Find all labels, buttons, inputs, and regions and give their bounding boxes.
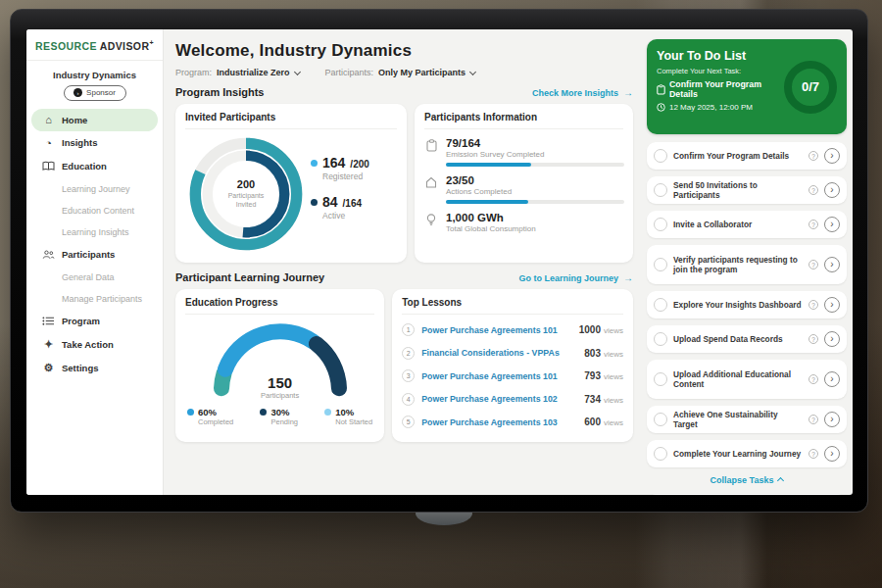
info-value: 23/50: [446, 174, 624, 186]
sidebar-item-insights[interactable]: ◔ Insights: [26, 131, 163, 155]
collapse-tasks-link[interactable]: Collapse Tasks: [647, 475, 847, 485]
lesson-link[interactable]: Power Purchase Agreements 103: [421, 417, 577, 427]
insights-icon: ◔: [42, 137, 55, 149]
survey-progress-bar: [446, 163, 624, 167]
home-icon: ⌂: [42, 114, 55, 125]
gauge-center-label: Participants: [207, 391, 354, 400]
checkbox[interactable]: [654, 447, 667, 461]
views-suffix: views: [604, 372, 623, 381]
sidebar-item-learning-journey[interactable]: Learning Journey: [26, 178, 163, 200]
sidebar-item-education[interactable]: Education: [26, 155, 163, 178]
checkbox[interactable]: [654, 413, 667, 426]
chevron-down-icon: [469, 68, 476, 74]
sidebar-item-manage-participants[interactable]: Manage Participants: [26, 288, 163, 310]
todo-item[interactable]: Upload Spend Data Records ? ›: [647, 325, 847, 353]
go-to-learning-journey-link[interactable]: Go to Learning Journey→: [518, 272, 633, 283]
dashboard-screen: RESOURCE ADVISOR+ Industry Dynamics › Sp…: [26, 29, 853, 495]
sidebar: RESOURCE ADVISOR+ Industry Dynamics › Sp…: [26, 29, 164, 495]
sidebar-item-education-content[interactable]: Education Content: [26, 200, 163, 221]
chevron-right-icon[interactable]: ›: [824, 446, 840, 462]
todo-item[interactable]: Upload Additional Educational Content ? …: [647, 360, 847, 399]
checkbox[interactable]: [654, 298, 667, 312]
participants-dropdown[interactable]: Participants: Only My Participants: [325, 68, 476, 77]
legend-value: 164: [322, 155, 345, 171]
legend-value: 30%: [270, 407, 289, 417]
sidebar-item-general-data[interactable]: General Data: [26, 267, 163, 288]
gauge-center-value: 150: [207, 374, 354, 391]
chevron-right-icon[interactable]: ›: [824, 412, 840, 427]
chevron-right-icon[interactable]: ›: [824, 257, 840, 272]
desk-background: RESOURCE ADVISOR+ Industry Dynamics › Sp…: [0, 0, 882, 588]
card-title: Participants Information: [424, 112, 623, 129]
help-icon: ?: [808, 415, 818, 424]
sponsor-badge: › Sponsor: [64, 85, 126, 101]
checkbox[interactable]: [654, 258, 667, 271]
todo-title: Your To Do List: [657, 49, 778, 63]
checkbox[interactable]: [654, 218, 667, 231]
checkbox[interactable]: [654, 183, 667, 197]
legend-active: 84/164 Active: [311, 194, 369, 220]
chevron-right-icon[interactable]: ›: [824, 217, 840, 232]
todo-item[interactable]: Explore Your Insights Dashboard ? ›: [647, 291, 847, 318]
todo-item[interactable]: Verify participants requesting to join t…: [647, 245, 847, 284]
clock-icon: [657, 103, 665, 112]
sidebar-item-learning-insights[interactable]: Learning Insights: [26, 221, 163, 243]
todo-progress-ring: 0/7: [784, 61, 837, 114]
info-value: 79/164: [446, 137, 624, 149]
sidebar-item-label: Take Action: [62, 339, 114, 350]
todo-label: Confirm Your Program Details: [673, 151, 803, 161]
checkbox[interactable]: [654, 149, 667, 163]
legend-completed: 60% Completed: [187, 407, 233, 426]
rank-badge: 1: [402, 323, 415, 336]
rank-badge: 3: [402, 369, 415, 382]
monitor-bezel: RESOURCE ADVISOR+ Industry Dynamics › Sp…: [10, 9, 868, 513]
lesson-link[interactable]: Financial Considerations - VPPAs: [421, 348, 577, 358]
chevron-right-icon[interactable]: ›: [824, 148, 840, 164]
check-more-insights-link[interactable]: Check More Insights→: [532, 87, 633, 98]
todo-label: Explore Your Insights Dashboard: [673, 300, 803, 310]
help-icon: ?: [808, 151, 818, 161]
program-dropdown[interactable]: Program: Industrialize Zero: [175, 68, 300, 77]
sidebar-item-program[interactable]: Program: [26, 310, 163, 333]
todo-item[interactable]: Invite a Collaborator ? ›: [647, 211, 847, 238]
views-count: 600: [584, 416, 601, 427]
info-label: Total Global Consumption: [446, 224, 623, 233]
lesson-link[interactable]: Power Purchase Agreements 101: [421, 371, 577, 381]
people-icon: [42, 249, 55, 260]
lesson-link[interactable]: Power Purchase Agreements 101: [421, 325, 572, 335]
sidebar-item-settings[interactable]: ⚙ Settings: [26, 357, 163, 380]
collapse-label: Collapse Tasks: [710, 475, 774, 485]
info-row-survey: 79/164 Emission Survey Completed: [424, 137, 623, 167]
lesson-row: 1 Power Purchase Agreements 101 1000view…: [402, 318, 623, 342]
checkbox[interactable]: [654, 332, 667, 346]
todo-item[interactable]: Complete Your Learning Journey ? ›: [647, 440, 847, 467]
sidebar-item-participants[interactable]: Participants: [26, 243, 163, 267]
actions-progress-bar: [446, 200, 624, 204]
legend-label: Not Started: [335, 417, 372, 426]
chevron-right-icon[interactable]: ›: [824, 297, 840, 313]
program-value: Industrialize Zero: [217, 68, 290, 77]
top-lessons-card: Top Lessons 1 Power Purchase Agreements …: [392, 289, 633, 442]
chevron-right-icon[interactable]: ›: [824, 331, 840, 347]
chevron-up-icon: [777, 477, 784, 484]
rank-badge: 4: [402, 393, 415, 406]
todo-item[interactable]: Send 50 Invitations to Participants ? ›: [647, 176, 847, 204]
bulb-icon: [424, 212, 438, 233]
views-suffix: views: [604, 326, 623, 335]
todo-item[interactable]: Achieve One Sustainability Target ? ›: [647, 406, 847, 433]
sidebar-item-take-action[interactable]: ✦ Take Action: [26, 333, 163, 357]
legend-value: 60%: [198, 407, 217, 417]
checkbox[interactable]: [654, 372, 667, 386]
todo-subtitle: Complete Your Next Task:: [657, 67, 778, 75]
chevron-right-icon[interactable]: ›: [824, 371, 840, 387]
info-value: 1,000 GWh: [446, 212, 623, 223]
insights-cards-row: Invited Participants 200: [175, 104, 633, 263]
todo-item[interactable]: Confirm Your Program Details ? ›: [647, 142, 847, 170]
chevron-right-icon[interactable]: ›: [824, 182, 840, 198]
sidebar-item-home[interactable]: ⌂ Home: [31, 109, 158, 131]
info-label: Emission Survey Completed: [446, 150, 624, 159]
logo-plus: +: [149, 39, 154, 46]
sidebar-nav: ⌂ Home ◔ Insights Education Learning Jou…: [26, 109, 163, 380]
lesson-link[interactable]: Power Purchase Agreements 102: [421, 394, 577, 404]
page-title: Welcome, Industry Dynamics: [175, 41, 633, 61]
